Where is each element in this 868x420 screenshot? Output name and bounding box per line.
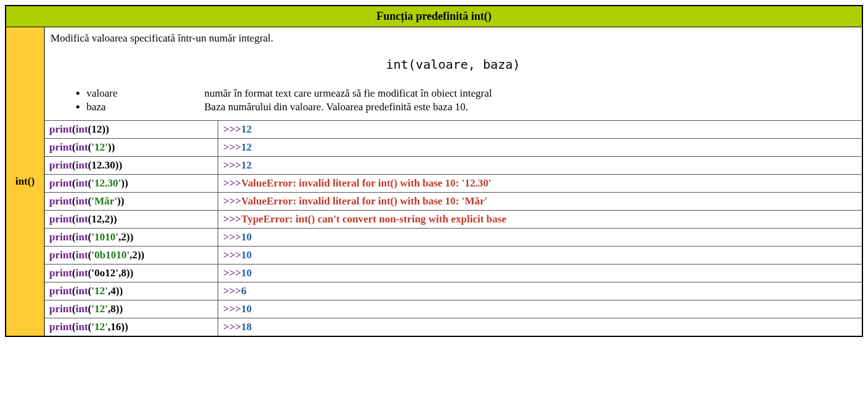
output-text: 10	[241, 303, 252, 315]
example-code: print(int('12',16))	[45, 318, 218, 336]
example-output: >>>ValueError: invalid literal for int()…	[218, 175, 862, 193]
example-output: >>>10	[218, 247, 862, 265]
kw-print: print	[50, 321, 73, 333]
function-name-cell: int()	[6, 27, 44, 337]
prompt: >>>	[223, 321, 241, 333]
output-text: 10	[241, 249, 252, 261]
prompt: >>>	[223, 285, 241, 297]
kw-int: int	[76, 249, 88, 261]
paren: )	[112, 141, 115, 153]
example-code: print(int('0b1010',2))	[45, 247, 218, 265]
prompt: >>>	[223, 231, 241, 243]
arg: '0b1010'	[92, 249, 130, 261]
param-item: bazaBaza numărului din valoare. Valoarea…	[87, 100, 856, 114]
example-row: print(int('12',4))>>>6	[45, 282, 862, 300]
kw-print: print	[50, 267, 73, 279]
prompt: >>>	[223, 213, 241, 225]
example-output: >>>TypeError: int() can't convert non-st…	[218, 211, 862, 229]
example-output: >>>12	[218, 157, 862, 175]
kw-int: int	[76, 177, 88, 189]
paren: )	[130, 231, 133, 243]
arg: '1010'	[92, 231, 118, 243]
example-row: print(int(12,2))>>>TypeError: int() can'…	[45, 211, 862, 229]
output-text: 12	[241, 123, 252, 135]
base: 2	[132, 249, 138, 261]
example-output: >>>ValueError: invalid literal for int()…	[218, 193, 862, 211]
paren: )	[141, 249, 144, 261]
paren: )	[125, 177, 128, 189]
example-code: print(int('Măr'))	[45, 193, 218, 211]
prompt: >>>	[223, 267, 241, 279]
table-title: Funcția predefinită int()	[6, 6, 862, 27]
example-row: print(int('12',8))>>>10	[45, 300, 862, 318]
base: 8	[121, 267, 126, 279]
kw-int: int	[76, 321, 88, 333]
prompt: >>>	[223, 159, 241, 171]
arg: 'Măr'	[92, 195, 118, 207]
kw-print: print	[50, 195, 73, 207]
kw-print: print	[50, 177, 73, 189]
kw-int: int	[76, 285, 88, 297]
example-code: print(int('12',4))	[45, 282, 218, 300]
examples-table: print(int(12))>>>12print(int('12'))>>>12…	[45, 120, 862, 336]
example-code: print(int(12))	[45, 121, 218, 139]
paren: )	[118, 159, 122, 171]
example-code: print(int('12'))	[45, 139, 218, 157]
base: 2	[121, 231, 126, 243]
output-text: 10	[241, 267, 252, 279]
base: 16	[110, 321, 121, 333]
example-output: >>>12	[218, 121, 862, 139]
params-list: valoarenumăr în format text care urmează…	[51, 87, 856, 114]
example-code: print(int('12.30'))	[45, 175, 218, 193]
example-output: >>>10	[218, 229, 862, 247]
param-name: baza	[87, 101, 205, 113]
param-name: valoare	[87, 87, 205, 100]
arg: '12'	[92, 141, 108, 153]
example-row: print(int('12',16))>>>18	[45, 318, 862, 336]
output-text: 12	[241, 159, 252, 171]
prompt: >>>	[223, 195, 241, 207]
kw-int: int	[76, 123, 88, 135]
example-output: >>>18	[218, 318, 862, 336]
output-text: 6	[241, 285, 247, 297]
paren: )	[130, 267, 133, 279]
param-desc: număr în format text care urmează să fie…	[205, 87, 492, 99]
example-row: print(int('Măr'))>>>ValueError: invalid …	[45, 193, 862, 211]
kw-print: print	[50, 141, 73, 153]
example-code: print(int(12,2))	[45, 211, 218, 229]
prompt: >>>	[223, 177, 241, 189]
description: Modifică valoarea specificată într-un nu…	[51, 32, 856, 45]
arg: 12	[92, 213, 102, 225]
kw-print: print	[50, 303, 73, 315]
example-code: print(int('0o12',8))	[45, 265, 218, 282]
base: 4	[110, 285, 116, 297]
example-code: print(int('12',8))	[45, 300, 218, 318]
kw-int: int	[76, 231, 88, 243]
prompt: >>>	[223, 141, 241, 153]
prompt: >>>	[223, 249, 241, 261]
function-body-cell: Modifică valoarea specificată într-un nu…	[44, 27, 862, 337]
example-output: >>>6	[218, 282, 862, 300]
function-table: Funcția predefinită int() int() Modifică…	[5, 5, 863, 337]
kw-int: int	[76, 159, 88, 171]
kw-int: int	[76, 303, 88, 315]
paren: )	[125, 321, 128, 333]
output-text: 12	[241, 141, 252, 153]
arg: '12'	[92, 321, 108, 333]
example-row: print(int('1010',2))>>>10	[45, 229, 862, 247]
output-text: 10	[241, 231, 252, 243]
base: 8	[110, 303, 116, 315]
paren: )	[105, 123, 109, 135]
output-text: ValueError: invalid literal for int() wi…	[241, 177, 491, 189]
kw-int: int	[76, 267, 88, 279]
example-row: print(int(12.30))>>>12	[45, 157, 862, 175]
arg: '0o12'	[92, 267, 118, 279]
output-text: 18	[241, 321, 252, 333]
example-row: print(int('0o12',8))>>>10	[45, 265, 862, 282]
arg: '12'	[92, 303, 108, 315]
signature: int(valoare, baza)	[51, 45, 856, 87]
kw-int: int	[76, 195, 88, 207]
param-item: valoarenumăr în format text care urmează…	[87, 87, 856, 100]
example-row: print(int('0b1010',2))>>>10	[45, 247, 862, 265]
paren: )	[121, 195, 125, 207]
